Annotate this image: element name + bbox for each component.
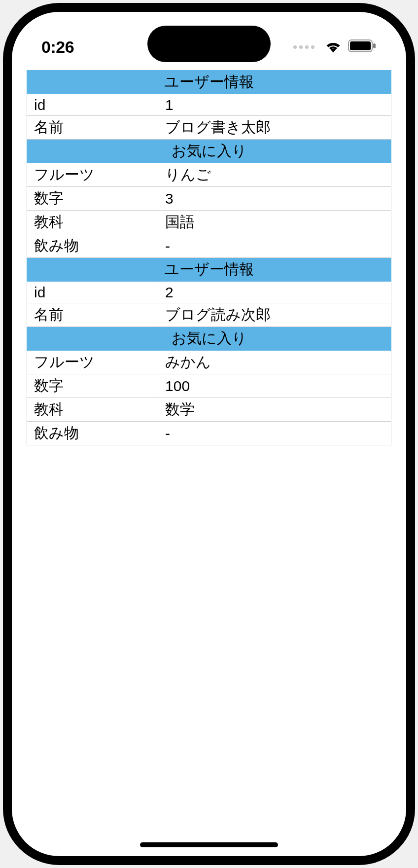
row-label: 数字 bbox=[27, 187, 158, 211]
section-header: ユーザー情報 bbox=[27, 258, 391, 282]
battery-icon bbox=[348, 39, 377, 54]
table-row: 数字3 bbox=[27, 187, 391, 211]
table-row: フルーツみかん bbox=[27, 351, 391, 374]
row-label: 名前 bbox=[27, 303, 158, 327]
section-header-label: ユーザー情報 bbox=[27, 258, 391, 282]
row-value: 1 bbox=[158, 94, 391, 116]
row-value: 数学 bbox=[158, 398, 391, 422]
table-row: id2 bbox=[27, 282, 391, 303]
section-header-label: お気に入り bbox=[27, 140, 391, 163]
phone-notch bbox=[147, 26, 271, 62]
section-header-label: お気に入り bbox=[27, 327, 391, 351]
row-value: 2 bbox=[158, 282, 391, 303]
section-header: お気に入り bbox=[27, 327, 391, 351]
row-value: みかん bbox=[158, 351, 391, 374]
wifi-icon bbox=[324, 39, 342, 55]
section-header-label: ユーザー情報 bbox=[27, 71, 391, 94]
section-header: ユーザー情報 bbox=[27, 71, 391, 94]
table-row: 飲み物- bbox=[27, 422, 391, 445]
row-label: 飲み物 bbox=[27, 422, 158, 445]
home-indicator[interactable] bbox=[140, 842, 278, 847]
row-value: りんご bbox=[158, 163, 391, 187]
row-label: 名前 bbox=[27, 116, 158, 140]
content-area: ユーザー情報id1名前ブログ書き太郎お気に入りフルーツりんご数字3教科国語飲み物… bbox=[12, 12, 406, 445]
row-value: ブログ書き太郎 bbox=[158, 116, 391, 140]
row-label: フルーツ bbox=[27, 351, 158, 374]
row-value: 100 bbox=[158, 374, 391, 398]
row-value: - bbox=[158, 422, 391, 445]
table-row: 教科国語 bbox=[27, 211, 391, 234]
row-label: id bbox=[27, 282, 158, 303]
table-row: 飲み物- bbox=[27, 234, 391, 258]
data-table: ユーザー情報id1名前ブログ書き太郎お気に入りフルーツりんご数字3教科国語飲み物… bbox=[27, 70, 391, 445]
table-row: 名前ブログ読み次郎 bbox=[27, 303, 391, 327]
row-label: id bbox=[27, 94, 158, 116]
section-header: お気に入り bbox=[27, 140, 391, 163]
svg-rect-2 bbox=[373, 43, 376, 48]
svg-rect-1 bbox=[350, 41, 371, 50]
table-row: 教科数学 bbox=[27, 398, 391, 422]
row-value: ブログ読み次郎 bbox=[158, 303, 391, 327]
table-row: フルーツりんご bbox=[27, 163, 391, 187]
table-row: 数字100 bbox=[27, 374, 391, 398]
status-time: 0:26 bbox=[41, 37, 74, 57]
row-value: 国語 bbox=[158, 211, 391, 234]
table-row: id1 bbox=[27, 94, 391, 116]
status-icons bbox=[293, 39, 377, 55]
row-label: 飲み物 bbox=[27, 234, 158, 258]
row-label: フルーツ bbox=[27, 163, 158, 187]
row-label: 数字 bbox=[27, 374, 158, 398]
table-row: 名前ブログ書き太郎 bbox=[27, 116, 391, 140]
row-label: 教科 bbox=[27, 211, 158, 234]
row-value: - bbox=[158, 234, 391, 258]
phone-frame: 0:26 ユーザ bbox=[5, 5, 413, 863]
cellular-dots-icon bbox=[293, 45, 314, 49]
row-value: 3 bbox=[158, 187, 391, 211]
row-label: 教科 bbox=[27, 398, 158, 422]
